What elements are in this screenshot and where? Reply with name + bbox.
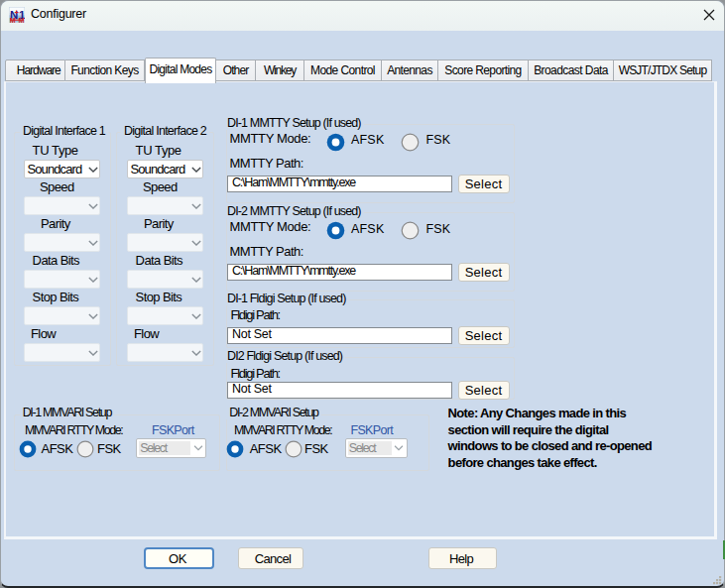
svg-text:M: M: [10, 17, 16, 24]
svg-text:+: +: [14, 8, 19, 17]
svg-text:M: M: [18, 17, 24, 24]
